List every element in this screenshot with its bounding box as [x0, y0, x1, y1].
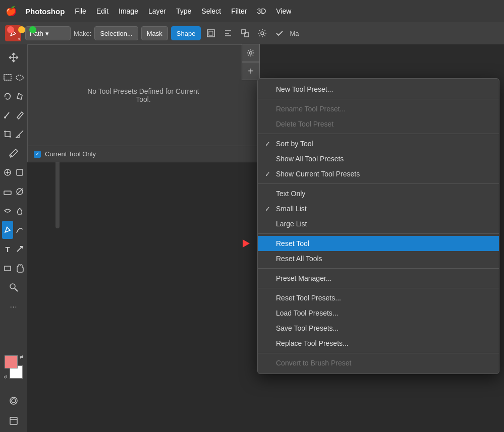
reset-colors-icon[interactable]: ↺	[4, 375, 8, 380]
pen-tool-toolbar[interactable]	[2, 221, 13, 239]
patch-tool[interactable]	[14, 163, 25, 181]
menu-item-label: New Tool Preset...	[276, 85, 333, 93]
current-tool-only-checkbox[interactable]: ✓	[34, 151, 41, 158]
menu-filter[interactable]: Filter	[226, 0, 252, 22]
traffic-lights	[7, 26, 36, 33]
svg-point-22	[10, 397, 17, 404]
checkmark-icon[interactable]	[272, 26, 287, 40]
menu-item-text-only[interactable]: Text Only	[258, 186, 499, 201]
maximize-button[interactable]	[29, 26, 36, 33]
menu-item-preset-manager[interactable]: Preset Manager...	[258, 271, 499, 286]
brush-tool[interactable]	[2, 106, 13, 124]
menu-view[interactable]: View	[271, 0, 296, 22]
transform-icon[interactable]	[204, 26, 218, 40]
menu-type[interactable]: Type	[171, 0, 196, 22]
checkmark-icon: ✓	[265, 170, 270, 178]
blur-tool[interactable]	[2, 202, 13, 220]
move-tool[interactable]	[4, 48, 24, 67]
svg-line-21	[15, 288, 18, 291]
menu-item-label: Replace Tool Presets...	[276, 339, 349, 347]
polygonal-lasso-tool[interactable]	[14, 87, 25, 105]
tool-preset-panel: + No Tool Presets Defined for Current To…	[27, 44, 259, 162]
no-presets-message: No Tool Presets Defined for Current Tool…	[28, 45, 259, 146]
menu-image[interactable]: Image	[114, 0, 143, 22]
menu-separator-22	[258, 353, 499, 353]
svg-point-11	[4, 116, 6, 118]
menu-separator-8	[258, 183, 499, 184]
menu-item-reset-all-tools[interactable]: Reset All Tools	[258, 251, 499, 266]
path-dropdown-arrow: ▾	[45, 30, 49, 37]
svg-point-25	[250, 52, 252, 54]
apple-menu[interactable]: 🍎	[4, 0, 18, 22]
menu-item-sort-by-tool[interactable]: ✓Sort by Tool	[258, 136, 499, 151]
svg-point-23	[12, 399, 16, 403]
close-button[interactable]	[7, 26, 14, 33]
menu-item-small-list[interactable]: ✓Small List	[258, 201, 499, 216]
menu-item-label: Reset Tool Presets...	[276, 294, 341, 302]
more-tools[interactable]: ···	[4, 297, 24, 316]
menu-item-show-all-presets[interactable]: Show All Tool Presets	[258, 151, 499, 166]
eraser-tool[interactable]	[2, 182, 13, 201]
make-label: Make:	[74, 30, 91, 37]
menu-edit[interactable]: Edit	[91, 0, 114, 22]
menu-item-replace-tool-presets[interactable]: Replace Tool Presets...	[258, 336, 499, 351]
rectangle-tool-toolbar[interactable]	[2, 259, 13, 277]
shape-button[interactable]: Shape	[171, 26, 201, 40]
menu-photoshop[interactable]: Photoshop	[20, 0, 70, 22]
minimize-button[interactable]	[18, 26, 25, 33]
swap-colors-icon[interactable]: ⇄	[20, 354, 24, 359]
quick-mask-tool[interactable]	[4, 392, 24, 410]
menu-bar: 🍎 Photoshop File Edit Image Layer Type S…	[0, 0, 504, 22]
svg-rect-19	[5, 266, 11, 271]
svg-point-20	[10, 284, 15, 289]
path-selection-tool[interactable]	[14, 240, 25, 258]
background-eraser-tool[interactable]	[14, 182, 25, 201]
svg-rect-24	[10, 417, 17, 424]
zoom-tool[interactable]	[4, 278, 24, 296]
dodge-tool[interactable]	[14, 202, 25, 220]
menu-layer[interactable]: Layer	[143, 0, 171, 22]
panel-settings-gear[interactable]	[242, 44, 260, 62]
selection-button[interactable]: Selection...	[94, 26, 138, 40]
pencil-tool[interactable]	[14, 106, 25, 124]
menu-item-label: Sort by Tool	[276, 140, 313, 148]
menu-item-label: Small List	[276, 205, 307, 213]
menu-item-load-tool-presets[interactable]: Load Tool Presets...	[258, 305, 499, 321]
slice-tool[interactable]	[14, 125, 25, 143]
current-tool-only-label: Current Tool Only	[45, 150, 96, 158]
menu-item-label: Rename Tool Preset...	[276, 105, 346, 113]
hand-tool[interactable]	[14, 259, 25, 277]
cursor-arrow-icon	[243, 239, 250, 248]
align-left-icon[interactable]	[221, 26, 235, 40]
screen-mode-tool[interactable]	[4, 412, 24, 430]
menu-item-reset-tool-presets[interactable]: Reset Tool Presets...	[258, 290, 499, 305]
menu-item-large-list[interactable]: Large List	[258, 216, 499, 231]
menu-item-label: Text Only	[276, 190, 305, 198]
menu-item-reset-tool[interactable]: Reset Tool	[258, 236, 499, 251]
menu-separator-4	[258, 134, 499, 134]
menu-item-label: Reset Tool	[276, 239, 309, 248]
eyedropper-tool[interactable]	[4, 144, 24, 162]
svg-point-10	[16, 75, 23, 80]
menu-item-show-current-presets[interactable]: ✓Show Current Tool Presets	[258, 166, 499, 181]
menu-item-label: Reset All Tools	[276, 255, 322, 263]
elliptical-marquee-tool[interactable]	[14, 68, 25, 86]
menu-item-save-tool-presets[interactable]: Save Tool Presets...	[258, 321, 499, 336]
mask-button[interactable]: Mask	[141, 26, 168, 40]
crop-tool[interactable]	[2, 125, 13, 143]
panel-add-button[interactable]: +	[242, 62, 260, 80]
lasso-tool[interactable]	[2, 87, 13, 105]
menu-file[interactable]: File	[70, 0, 91, 22]
healing-brush-tool[interactable]	[2, 163, 13, 181]
menu-item-label: Show Current Tool Presets	[276, 170, 360, 178]
toolbar: T ··· ⇄ ↺	[0, 44, 27, 432]
menu-3d[interactable]: 3D	[252, 0, 271, 22]
arrange-icon[interactable]	[238, 26, 252, 40]
freeform-pen-tool[interactable]	[14, 221, 25, 239]
type-tool[interactable]: T	[2, 240, 13, 258]
rectangular-marquee-tool[interactable]	[2, 68, 13, 86]
foreground-color-swatch[interactable]	[5, 355, 18, 368]
menu-item-new-tool-preset[interactable]: New Tool Preset...	[258, 82, 499, 97]
gear-icon[interactable]	[255, 26, 269, 40]
menu-select[interactable]: Select	[196, 0, 226, 22]
